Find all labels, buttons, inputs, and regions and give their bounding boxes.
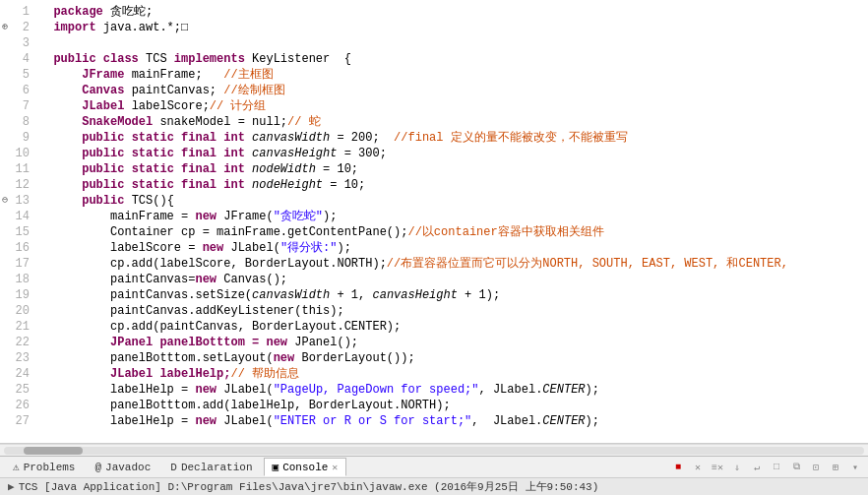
token: //final 定义的量不能被改变，不能被重写 (394, 131, 628, 145)
line-content: public static final int canvasHeight = 3… (35, 146, 868, 161)
line-content: public static final int canvasWidth = 20… (35, 130, 868, 146)
tab-icon-console: ▣ (273, 461, 279, 473)
line-number: 1 (0, 4, 35, 20)
line-number: 20 (0, 303, 35, 319)
line-content: SnakeModel snakeModel = null;// 蛇 (35, 114, 868, 130)
code-line: 9 public static final int canvasWidth = … (0, 130, 868, 146)
tabs-container: ⚠Problems@JavadocDDeclaration▣Console✕ (4, 458, 346, 476)
token: JPanel(); (294, 336, 358, 349)
code-line: 21 cp.add(paintCanvas, BorderLayout.CENT… (0, 319, 868, 335)
code-scroll[interactable]: 1 package 贪吃蛇;⊕2 import java.awt.*;□34 p… (0, 0, 868, 443)
tab-javadoc[interactable]: @Javadoc (86, 459, 159, 476)
tab-declaration[interactable]: DDeclaration (161, 459, 261, 476)
toolbar-btn-btn5[interactable]: □ (768, 459, 785, 476)
toolbar-btn-btn7[interactable]: ⊡ (807, 459, 825, 476)
line-content: JLabel labelScore;// 计分组 (35, 98, 868, 114)
token: Container cp = mainFrame.getContentPane(… (39, 225, 407, 239)
token: paintCanvas; (132, 84, 224, 97)
tab-console[interactable]: ▣Console✕ (264, 458, 347, 476)
token: ); (323, 210, 337, 223)
code-line: 19 paintCanvas.setSize(canvasWidth + 1, … (0, 287, 868, 303)
token: canvasHeight (372, 288, 457, 302)
token: "贪吃蛇" (274, 210, 323, 223)
line-number: 26 (0, 398, 35, 413)
line-number: ⊕2 (0, 20, 35, 35)
token: ); (337, 241, 350, 255)
token: snakeModel = null; (159, 115, 287, 129)
line-number: 11 (0, 161, 35, 177)
scrollbar-track[interactable] (4, 447, 864, 455)
token: //主框图 (223, 68, 273, 82)
token (39, 194, 82, 208)
tabs-toolbar: ■✕≡✕⇓↵□⧉⊡⊞▾ (669, 459, 864, 476)
toolbar-btn-word-wrap[interactable]: ↵ (748, 459, 766, 476)
line-number: 6 (0, 83, 35, 98)
line-number: 18 (0, 272, 35, 287)
token: import (39, 21, 103, 34)
code-line: ⊕2 import java.awt.*;□ (0, 20, 868, 35)
token: "得分状:" (280, 241, 338, 255)
token (39, 52, 53, 66)
token: nodeHeight (252, 178, 323, 192)
token: + 1, (330, 288, 372, 302)
line-content: public static final int nodeHeight = 10; (35, 177, 868, 193)
token: cp.add(paintCanvas, BorderLayout.CENTER)… (39, 320, 401, 334)
line-content: labelScore = new JLabel("得分状:"); (35, 240, 868, 256)
token: = 10; (323, 178, 365, 192)
code-line: 17 cp.add(labelScore, BorderLayout.NORTH… (0, 256, 868, 272)
line-content: public class TCS implements KeyListener … (35, 51, 868, 67)
horizontal-scrollbar[interactable] (0, 444, 868, 456)
tab-icon-declaration: D (170, 462, 177, 473)
token: ;□ (174, 21, 188, 34)
code-line: 1 package 贪吃蛇; (0, 4, 868, 20)
line-number: 23 (0, 350, 35, 366)
token: new (195, 383, 223, 397)
tab-problems[interactable]: ⚠Problems (4, 458, 84, 476)
code-line: 11 public static final int nodeWidth = 1… (0, 161, 868, 177)
token: canvasHeight (252, 147, 337, 160)
token: , JLabel. (471, 414, 542, 428)
toolbar-btn-btn8[interactable]: ⊞ (827, 459, 844, 476)
toolbar-btn-btn6[interactable]: ⧉ (787, 459, 805, 476)
tab-label-declaration: Declaration (181, 462, 253, 473)
token: "ENTER or R or S for start;" (274, 414, 472, 428)
code-line: 15 Container cp = mainFrame.getContentPa… (0, 224, 868, 240)
toolbar-btn-close[interactable]: ✕ (689, 459, 707, 476)
token: + 1); (458, 288, 500, 302)
tab-label-problems: Problems (24, 462, 76, 473)
fold-icon[interactable]: ⊖ (2, 193, 8, 209)
line-number: 21 (0, 319, 35, 335)
line-number: 4 (0, 51, 35, 67)
line-number: ⊖13 (0, 193, 35, 209)
line-content: JFrame mainFrame; //主框图 (35, 67, 868, 83)
token: JPanel panelBotttom = (39, 336, 266, 349)
fold-icon[interactable]: ⊕ (2, 20, 8, 35)
token: //以container容器中获取相关组件 (407, 225, 603, 239)
code-line: 26 panelBotttom.add(labelHelp, BorderLay… (0, 398, 868, 413)
line-content: public TCS(){ (35, 193, 868, 209)
toolbar-btn-clear[interactable]: ≡✕ (709, 459, 726, 476)
tab-close-console[interactable]: ✕ (332, 462, 338, 473)
code-line: 5 JFrame mainFrame; //主框图 (0, 67, 868, 83)
line-number: 8 (0, 114, 35, 130)
scrollbar-thumb[interactable] (24, 447, 83, 455)
token: public static final int (82, 178, 252, 192)
line-content: cp.add(labelScore, BorderLayout.NORTH);/… (35, 256, 868, 272)
code-editor[interactable]: 1 package 贪吃蛇;⊕2 import java.awt.*;□34 p… (0, 0, 868, 444)
token: BorderLayout()); (301, 351, 414, 365)
code-line: ⊖13 public TCS(){ (0, 193, 868, 209)
line-number: 15 (0, 224, 35, 240)
token: panelBotttom.setLayout( (39, 351, 274, 365)
toolbar-btn-view-menu[interactable]: ▾ (846, 459, 864, 476)
token: paintCanvas= (39, 273, 195, 286)
token: labelHelp = (39, 414, 195, 428)
toolbar-btn-stop[interactable]: ■ (669, 459, 687, 476)
code-line: 22 JPanel panelBotttom = new JPanel(); (0, 335, 868, 350)
token: , JLabel. (479, 383, 543, 397)
code-line: 20 paintCanvas.addKeyListener(this); (0, 303, 868, 319)
toolbar-btn-scroll-lock[interactable]: ⇓ (728, 459, 746, 476)
token: labelScore = (39, 241, 203, 255)
token: CENTER (542, 414, 585, 428)
token: ; (146, 5, 153, 19)
token: //布置容器位置而它可以分为NORTH, SOUTH, EAST, WEST, … (387, 257, 788, 271)
